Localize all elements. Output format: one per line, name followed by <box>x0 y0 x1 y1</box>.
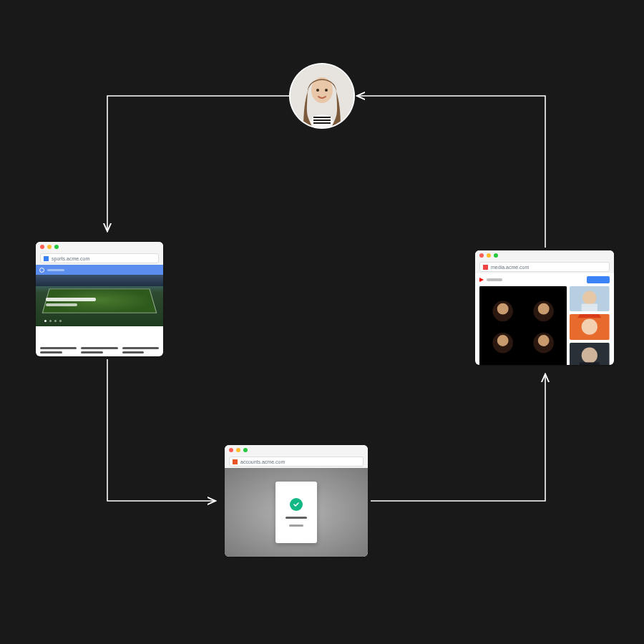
svg-point-2 <box>316 89 319 92</box>
url-bar: accounts.acme.com <box>225 455 368 468</box>
window-max-dot <box>494 253 498 258</box>
svg-point-8 <box>538 303 550 315</box>
url-text: accounts.acme.com <box>240 459 285 464</box>
sports-card <box>81 332 117 356</box>
url-bar: sports.acme.com <box>36 252 163 265</box>
browser-window-media: media.acme.com <box>475 250 614 365</box>
svg-rect-20 <box>580 362 600 365</box>
url-field: accounts.acme.com <box>229 457 364 467</box>
media-grid <box>479 286 610 365</box>
browser-window-sports: sports.acme.com <box>36 242 163 356</box>
video-player-main <box>479 286 567 365</box>
window-max-dot <box>243 448 248 452</box>
window-close-dot <box>40 245 44 249</box>
check-icon <box>290 498 303 511</box>
carousel-dots <box>44 320 62 322</box>
url-field: sports.acme.com <box>40 253 159 263</box>
hero-subtitle-placeholder <box>46 303 77 306</box>
window-max-dot <box>54 245 59 249</box>
stadium-stands <box>36 275 163 286</box>
video-thumbnail <box>570 314 610 339</box>
url-field: media.acme.com <box>479 262 610 272</box>
sso-flow-diagram: sports.acme.com <box>0 0 644 644</box>
brand-icon <box>39 268 44 273</box>
video-thumbnail <box>570 343 610 365</box>
svg-rect-4 <box>479 286 567 365</box>
user-avatar <box>291 64 353 127</box>
sports-hero <box>36 265 163 326</box>
search-placeholder <box>487 278 502 281</box>
sports-card <box>122 332 159 356</box>
window-min-dot <box>236 448 240 452</box>
window-titlebar <box>225 445 368 455</box>
sports-cards-row <box>36 326 163 356</box>
svg-point-17 <box>582 319 597 335</box>
svg-point-14 <box>582 291 596 305</box>
url-bar: media.acme.com <box>475 260 614 273</box>
browser-window-accounts: accounts.acme.com <box>225 445 368 557</box>
video-thumbnail <box>570 286 610 311</box>
svg-point-12 <box>538 335 550 346</box>
sports-brandbar <box>36 265 163 275</box>
media-topbar <box>479 276 610 283</box>
brand-text-placeholder <box>47 269 64 271</box>
favicon <box>233 459 238 464</box>
window-close-dot <box>229 448 233 452</box>
media-thumbnails <box>570 286 610 365</box>
accounts-body <box>225 468 368 557</box>
url-text: media.acme.com <box>491 265 529 270</box>
window-close-dot <box>479 253 484 258</box>
window-titlebar <box>36 242 163 252</box>
favicon <box>483 265 488 270</box>
media-body <box>475 273 614 365</box>
svg-point-3 <box>325 89 328 92</box>
svg-point-10 <box>497 335 509 346</box>
login-success-card <box>275 482 317 543</box>
text-placeholder <box>289 525 303 527</box>
window-min-dot <box>487 253 491 258</box>
svg-point-6 <box>497 303 509 315</box>
sports-card <box>40 332 77 356</box>
window-titlebar <box>475 250 614 260</box>
primary-button <box>587 276 610 283</box>
url-text: sports.acme.com <box>52 256 89 261</box>
play-icon <box>479 278 484 282</box>
favicon <box>44 256 49 261</box>
window-min-dot <box>47 245 52 249</box>
hero-title-placeholder <box>46 298 96 301</box>
svg-point-19 <box>582 347 597 363</box>
svg-rect-15 <box>582 304 597 312</box>
text-placeholder <box>286 517 307 519</box>
